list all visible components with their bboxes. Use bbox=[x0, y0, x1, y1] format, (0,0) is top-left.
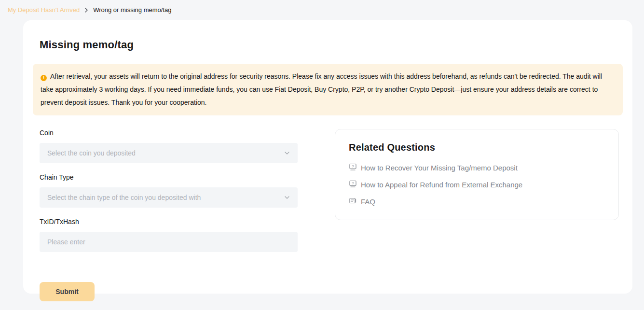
deposit-form: Coin Select the coin you deposited Chain… bbox=[40, 129, 298, 301]
chevron-down-icon bbox=[284, 195, 290, 200]
breadcrumb-parent-link[interactable]: My Deposit Hasn't Arrived bbox=[8, 6, 80, 14]
related-link-faq[interactable]: FAQ bbox=[349, 197, 605, 206]
chain-type-select-placeholder: Select the chain type of the coin you de… bbox=[47, 194, 284, 201]
notice-banner: !After retrieval, your assets will retur… bbox=[33, 64, 623, 115]
chevron-down-icon bbox=[284, 150, 290, 156]
txid-label: TxID/TxHash bbox=[40, 218, 298, 225]
related-link-label: How to Recover Your Missing Tag/memo Dep… bbox=[361, 164, 518, 172]
svg-text:?: ? bbox=[352, 181, 354, 185]
coin-select-placeholder: Select the coin you deposited bbox=[47, 149, 284, 157]
field-chain-type: Chain Type Select the chain type of the … bbox=[40, 173, 298, 208]
coin-label: Coin bbox=[40, 129, 298, 137]
chain-type-label: Chain Type bbox=[40, 173, 298, 181]
content-row: Coin Select the coin you deposited Chain… bbox=[33, 129, 623, 301]
main-card: Missing memo/tag !After retrieval, your … bbox=[23, 20, 632, 294]
question-article-icon: ? bbox=[349, 180, 357, 189]
related-link-recover-missing-tag[interactable]: ? How to Recover Your Missing Tag/memo D… bbox=[349, 163, 605, 172]
related-link-appeal-refund[interactable]: ? How to Appeal for Refund from External… bbox=[349, 180, 605, 189]
notice-text: After retrieval, your assets will return… bbox=[41, 72, 602, 106]
field-txid: TxID/TxHash bbox=[40, 218, 298, 252]
breadcrumb-current: Wrong or missing memo/tag bbox=[93, 6, 171, 14]
breadcrumb: My Deposit Hasn't Arrived Wrong or missi… bbox=[0, 0, 644, 16]
svg-text:?: ? bbox=[352, 164, 354, 169]
related-link-label: How to Appeal for Refund from External E… bbox=[361, 181, 522, 189]
warning-circle-icon: ! bbox=[41, 75, 47, 81]
coin-select[interactable]: Select the coin you deposited bbox=[40, 143, 298, 163]
related-link-label: FAQ bbox=[361, 197, 375, 206]
submit-button[interactable]: Submit bbox=[40, 282, 95, 301]
page-title: Missing memo/tag bbox=[40, 39, 623, 51]
question-article-icon: ? bbox=[349, 163, 357, 172]
txid-input[interactable] bbox=[40, 232, 298, 252]
chevron-right-icon bbox=[84, 8, 89, 13]
related-questions-title: Related Questions bbox=[349, 142, 605, 153]
faq-list-icon bbox=[349, 197, 357, 206]
field-coin: Coin Select the coin you deposited bbox=[40, 129, 298, 163]
related-questions-panel: Related Questions ? How to Recover Your … bbox=[335, 129, 619, 220]
chain-type-select[interactable]: Select the chain type of the coin you de… bbox=[40, 187, 298, 208]
